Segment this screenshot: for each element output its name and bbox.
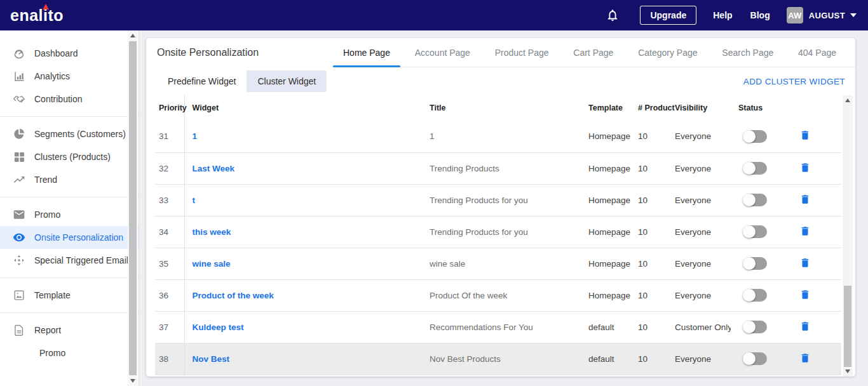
sidebar-item-label: Segments (Customers) <box>34 129 126 139</box>
sidebar-item-analytics[interactable]: Analytics <box>0 65 139 88</box>
status-toggle[interactable] <box>743 225 767 238</box>
sidebar-item-contribution[interactable]: Contribution <box>0 88 139 110</box>
sidebar-item-dashboard[interactable]: Dashboard <box>0 42 139 65</box>
status-toggle[interactable] <box>743 162 767 175</box>
widget-link[interactable]: wine sale <box>193 259 231 269</box>
sidebar-item-report[interactable]: Report <box>0 319 139 342</box>
toggle-knob <box>743 225 756 238</box>
subtab-cluster-widget[interactable]: Cluster Widget <box>247 70 327 92</box>
scrollbar-thumb[interactable] <box>129 41 137 375</box>
triangle-up-icon <box>130 34 135 37</box>
status-toggle[interactable] <box>743 130 767 143</box>
col-title: Title <box>422 95 581 121</box>
product-count-cell: 10 <box>630 152 667 184</box>
tab-account-page[interactable]: Account Page <box>405 38 480 67</box>
scroll-up-button[interactable] <box>128 30 138 41</box>
tab-category-page[interactable]: Category Page <box>628 38 707 67</box>
template-cell: default <box>581 343 630 375</box>
envelope-icon <box>13 208 25 221</box>
sidebar-item-segments[interactable]: Segments (Customers) <box>0 123 139 145</box>
trash-icon <box>799 352 811 364</box>
widget-link[interactable]: Nov Best <box>193 354 230 364</box>
product-count-cell: 10 <box>630 184 667 216</box>
widget-link[interactable]: t <box>193 196 196 205</box>
bell-icon[interactable] <box>606 8 620 22</box>
widget-link[interactable]: Kuldeep test <box>193 323 244 332</box>
delete-button[interactable] <box>799 320 811 333</box>
widget-link[interactable]: Product of the week <box>193 291 274 300</box>
sidebar-item-template[interactable]: Template <box>0 284 139 307</box>
delete-button[interactable] <box>799 193 811 206</box>
title-cell: Trending Products for you <box>422 216 581 248</box>
sidebar-item-trend[interactable]: Trend <box>0 168 139 191</box>
table-scrollbar[interactable] <box>843 95 853 376</box>
widget-link[interactable]: this week <box>193 227 231 237</box>
sidebar-item-promo[interactable]: Promo <box>0 203 139 226</box>
scrollbar-thumb[interactable] <box>844 286 851 367</box>
product-count-cell: 10 <box>630 248 667 279</box>
caret-down-icon[interactable] <box>850 13 857 17</box>
enalito-logo[interactable]: enalito <box>10 6 64 25</box>
table-header-row: Priority Widget Title Template # Product… <box>155 95 841 121</box>
tab-search-page[interactable]: Search Page <box>712 38 783 67</box>
template-cell: Homepage <box>581 216 630 248</box>
template-cell: Homepage <box>581 279 630 311</box>
delete-button[interactable] <box>799 352 811 364</box>
title-cell: Trending Products <box>422 152 581 184</box>
subtab-predefine-widget[interactable]: Predefine Widget <box>157 70 247 92</box>
status-toggle[interactable] <box>743 321 767 333</box>
tab-home-page[interactable]: Home Page <box>333 38 400 67</box>
sidebar-divider <box>0 116 139 117</box>
table-row: 35 wine sale wine sale Homepage 10 Every… <box>155 248 841 279</box>
status-toggle[interactable] <box>743 352 767 365</box>
table-row: 31 1 1 Homepage 10 Everyone <box>155 121 841 152</box>
sidebar-item-special-triggered-emails[interactable]: Special Triggered Emails <box>0 249 139 272</box>
delete-button[interactable] <box>799 256 811 269</box>
sidebar-item-clusters[interactable]: Clusters (Products) <box>0 145 139 168</box>
visibility-cell: Everyone <box>667 343 731 375</box>
scroll-down-button[interactable] <box>843 366 853 376</box>
visibility-cell: Everyone <box>667 152 731 184</box>
tab-404-page[interactable]: 404 Page <box>788 38 846 67</box>
status-toggle[interactable] <box>743 194 767 206</box>
page-title: Onsite Personalization <box>146 38 332 67</box>
sidebar-item-onsite-personalization[interactable]: Onsite Personalization <box>0 226 139 249</box>
user-menu[interactable]: AUGUST <box>809 11 845 20</box>
add-cluster-widget-button[interactable]: ADD CLUSTER WIDGET <box>743 77 845 86</box>
scroll-down-button[interactable] <box>128 376 138 386</box>
sidebar-item-label: Promo <box>34 210 60 220</box>
pie-chart-icon <box>13 128 25 140</box>
widget-link[interactable]: 1 <box>193 131 198 141</box>
delete-button[interactable] <box>799 288 811 301</box>
sidebar-item-label: Analytics <box>34 71 70 81</box>
status-toggle[interactable] <box>743 257 767 270</box>
upgrade-button[interactable]: Upgrade <box>640 6 696 25</box>
sidebar-scrollbar[interactable] <box>128 30 138 386</box>
sidebar-item-label: Trend <box>34 175 57 185</box>
delete-button[interactable] <box>799 225 811 237</box>
priority-cell: 35 <box>155 248 184 279</box>
delete-button[interactable] <box>799 161 811 174</box>
handshake-icon <box>13 93 25 105</box>
table-row: 36 Product of the week Product Of the we… <box>155 279 841 311</box>
triangle-up-icon <box>845 98 850 102</box>
widget-link[interactable]: Last Week <box>193 164 235 173</box>
toggle-knob <box>743 162 756 175</box>
template-cell: Homepage <box>581 248 630 279</box>
help-link[interactable]: Help <box>713 10 732 20</box>
tab-cart-page[interactable]: Cart Page <box>563 38 623 67</box>
status-toggle[interactable] <box>743 289 767 302</box>
image-icon <box>13 289 25 302</box>
delete-button[interactable] <box>799 129 811 142</box>
sidebar-item-label: Onsite Personalization <box>34 232 123 243</box>
visibility-cell: Everyone <box>667 279 731 311</box>
trash-icon <box>799 256 811 269</box>
scroll-up-button[interactable] <box>843 95 853 105</box>
sidebar-item-report-promo[interactable]: Promo <box>0 342 139 364</box>
visibility-cell: Everyone <box>667 248 731 279</box>
sidebar-item-label: Special Triggered Emails <box>34 255 133 265</box>
blog-link[interactable]: Blog <box>750 10 770 20</box>
sidebar-divider <box>0 277 139 278</box>
tab-product-page[interactable]: Product Page <box>485 38 559 67</box>
avatar[interactable]: AW <box>787 7 803 23</box>
